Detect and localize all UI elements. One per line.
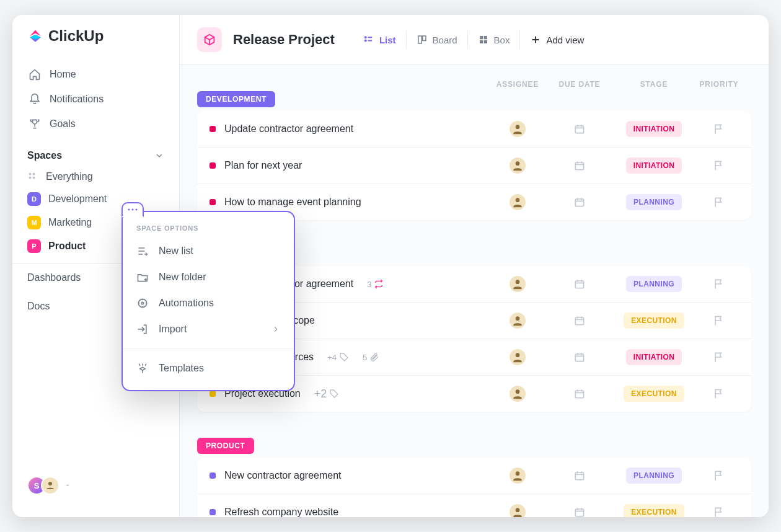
menu-new-list[interactable]: New list	[123, 238, 294, 264]
tab-box[interactable]: Box	[467, 30, 520, 49]
assignee-cell[interactable]	[490, 275, 545, 293]
svg-point-18	[516, 125, 520, 129]
assignee-cell[interactable]	[490, 466, 545, 485]
avatar	[508, 466, 527, 485]
svg-point-0	[29, 173, 32, 175]
automations-icon	[136, 297, 149, 309]
space-more-button[interactable]	[121, 202, 144, 217]
trophy-icon	[29, 118, 41, 130]
due-date-cell[interactable]	[545, 469, 614, 482]
priority-cell[interactable]	[694, 314, 744, 327]
nav-notifications[interactable]: Notifications	[22, 87, 169, 112]
priority-cell[interactable]	[694, 506, 744, 517]
stage-cell[interactable]: PLANNING	[614, 276, 694, 292]
priority-cell[interactable]	[694, 123, 744, 135]
nav-goals[interactable]: Goals	[22, 112, 169, 136]
assignee-cell[interactable]	[490, 311, 545, 330]
svg-point-3	[33, 177, 35, 179]
due-date-cell[interactable]	[545, 388, 614, 400]
stage-cell[interactable]: EXECUTION	[614, 504, 694, 517]
spaces-header[interactable]: Spaces	[12, 141, 179, 166]
svg-rect-13	[422, 36, 425, 41]
space-options-menu: SPACE OPTIONS New list New folder Automa…	[121, 211, 295, 391]
svg-rect-33	[575, 472, 583, 480]
task-row[interactable]: New contractor agreementPLANNING	[197, 458, 751, 494]
task-title: Refresh company website	[224, 507, 338, 517]
task-title-cell: Plan for next year	[210, 160, 490, 171]
menu-import[interactable]: Import	[123, 316, 294, 342]
task-title-cell: New contractor agreement	[210, 470, 490, 481]
priority-cell[interactable]	[694, 196, 744, 208]
menu-templates[interactable]: Templates	[123, 355, 294, 381]
due-date-cell[interactable]	[545, 159, 614, 172]
project-icon	[197, 27, 222, 52]
group-pill[interactable]: PRODUCT	[197, 438, 254, 454]
sidebar-item-development[interactable]: D Development	[12, 187, 179, 211]
svg-point-2	[29, 177, 32, 179]
stage-badge: EXECUTION	[624, 504, 684, 517]
task-title-cell: Update contractor agreement	[210, 123, 490, 135]
import-icon	[136, 323, 149, 335]
stage-cell[interactable]: EXECUTION	[614, 386, 694, 402]
svg-point-6	[132, 209, 134, 211]
tab-board[interactable]: Board	[406, 30, 467, 49]
group-pill[interactable]: DEVELOPMENT	[197, 91, 275, 107]
stage-cell[interactable]: PLANNING	[614, 194, 694, 210]
subtask-count: 3	[367, 279, 384, 289]
chevron-down-icon	[154, 151, 164, 161]
stage-cell[interactable]: EXECUTION	[614, 313, 694, 329]
space-badge: M	[27, 216, 41, 229]
stage-badge: PLANNING	[626, 468, 682, 484]
avatar	[508, 384, 527, 403]
svg-rect-35	[575, 509, 583, 516]
avatar	[508, 503, 527, 517]
svg-rect-19	[575, 126, 583, 133]
priority-cell[interactable]	[694, 469, 744, 482]
priority-cell[interactable]	[694, 351, 744, 363]
priority-cell[interactable]	[694, 278, 744, 290]
stage-cell[interactable]: PLANNING	[614, 468, 694, 484]
svg-rect-16	[480, 40, 483, 43]
due-date-cell[interactable]	[545, 196, 614, 208]
task-title-cell: How to manage event planning	[210, 197, 490, 208]
due-date-cell[interactable]	[545, 278, 614, 290]
svg-rect-14	[480, 36, 483, 39]
task-row[interactable]: Update contractor agreementINITIATION	[197, 111, 751, 148]
task-title: Plan for next year	[224, 160, 302, 171]
due-date-cell[interactable]	[545, 314, 614, 327]
task-row[interactable]: Plan for next yearINITIATION	[197, 148, 751, 184]
avatar	[508, 193, 527, 211]
status-chip	[210, 391, 216, 397]
assignee-cell[interactable]	[490, 193, 545, 211]
svg-rect-29	[575, 354, 583, 361]
task-group: PRODUCTNew contractor agreementPLANNINGR…	[197, 438, 751, 517]
due-date-cell[interactable]	[545, 123, 614, 135]
menu-new-folder[interactable]: New folder	[123, 264, 294, 290]
stage-cell[interactable]: INITIATION	[614, 121, 694, 137]
nav-home[interactable]: Home	[22, 62, 169, 87]
space-badge: D	[27, 192, 41, 206]
board-icon	[417, 34, 428, 45]
user-avatars[interactable]: S	[12, 466, 179, 505]
task-row[interactable]: Refresh company websiteEXECUTION	[197, 494, 751, 517]
stage-cell[interactable]: INITIATION	[614, 349, 694, 365]
svg-point-32	[516, 471, 520, 476]
tab-list[interactable]: List	[353, 30, 406, 49]
tab-add-view[interactable]: Add view	[519, 30, 594, 49]
stage-cell[interactable]: INITIATION	[614, 157, 694, 174]
priority-cell[interactable]	[694, 159, 744, 172]
assignee-cell[interactable]	[490, 503, 545, 517]
assignee-cell[interactable]	[490, 384, 545, 403]
task-rows: Update contractor agreementINITIATIONPla…	[197, 111, 751, 220]
assignee-cell[interactable]	[490, 120, 545, 138]
due-date-cell[interactable]	[545, 351, 614, 363]
assignee-cell[interactable]	[490, 348, 545, 366]
due-date-cell[interactable]	[545, 506, 614, 517]
priority-cell[interactable]	[694, 388, 744, 400]
assignee-cell[interactable]	[490, 156, 545, 175]
sidebar-item-everything[interactable]: Everything	[12, 166, 179, 187]
menu-automations[interactable]: Automations	[123, 290, 294, 316]
view-tabs: List Board Box Add view	[353, 30, 594, 49]
status-chip	[210, 199, 216, 205]
primary-nav: Home Notifications Goals	[12, 57, 179, 141]
